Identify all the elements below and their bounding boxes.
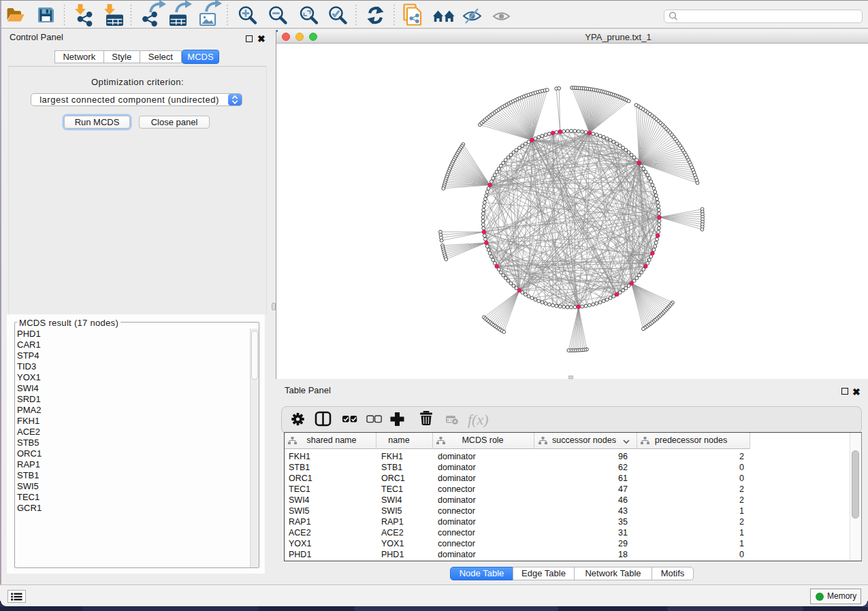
svg-text:f(x): f(x) bbox=[468, 411, 489, 428]
